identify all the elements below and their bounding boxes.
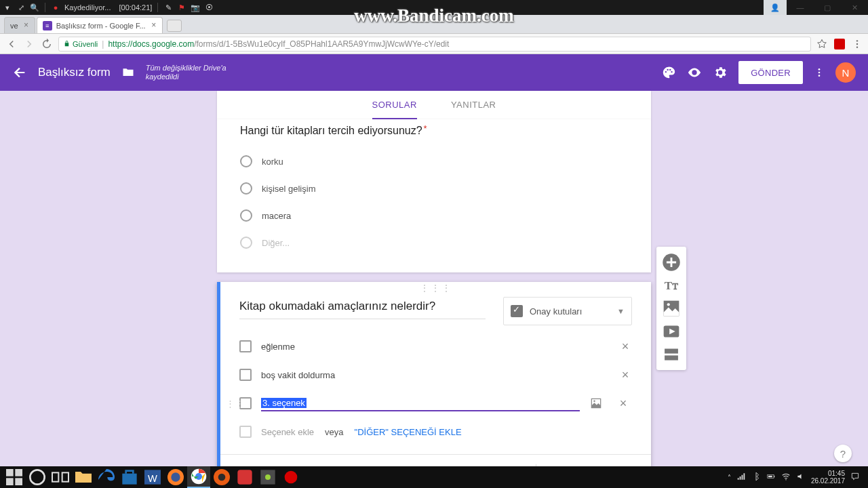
chrome-icon[interactable]	[187, 466, 210, 488]
form-title[interactable]: Başlıksız form	[38, 66, 111, 79]
avira-icon[interactable]	[834, 39, 845, 49]
option-text-input[interactable]: 3. seçenek	[261, 396, 580, 411]
target-icon[interactable]: ⦿	[204, 3, 214, 12]
preview-icon[interactable]	[687, 65, 702, 80]
magnify-icon[interactable]: 🔍	[30, 3, 39, 12]
word-icon[interactable]: W	[141, 466, 164, 488]
image-icon[interactable]	[589, 396, 603, 410]
browser-menu-icon[interactable]	[852, 39, 863, 49]
tray-battery-icon[interactable]	[766, 472, 776, 483]
back-icon[interactable]	[5, 38, 18, 50]
url-input[interactable]: Güvenli | https://docs.google.com/forms/…	[58, 37, 811, 52]
tray-wifi-icon[interactable]	[781, 472, 791, 483]
tray-network-icon[interactable]	[736, 472, 746, 483]
radio-option-row[interactable]: korku	[240, 148, 628, 175]
window-user-icon[interactable]: 👤	[764, 0, 787, 15]
add-option-link[interactable]: Seçenek ekle	[261, 427, 314, 437]
cortana-icon[interactable]	[26, 466, 49, 488]
tab-title: ve	[10, 22, 18, 30]
record-indicator-icon[interactable]	[279, 466, 302, 488]
dropdown-icon[interactable]: ▾	[3, 3, 12, 12]
add-image-icon[interactable]	[656, 297, 686, 320]
radio-icon	[240, 182, 252, 195]
svg-point-31	[171, 472, 180, 481]
tab-questions[interactable]: SORULAR	[372, 91, 417, 119]
checkbox-option-row[interactable]: boş vakit doldurma ×	[239, 361, 632, 389]
store-icon[interactable]	[118, 466, 141, 488]
expand-icon[interactable]: ⤢	[16, 3, 26, 12]
palette-icon[interactable]	[661, 65, 676, 80]
action-center-icon[interactable]	[850, 472, 860, 483]
svg-point-6	[671, 71, 673, 73]
more-menu-icon[interactable]	[814, 65, 825, 80]
file-explorer-icon[interactable]	[72, 466, 95, 488]
question-type-dropdown[interactable]: Onay kutuları ▼	[503, 297, 632, 325]
forms-app-header: Başlıksız form Tüm değişiklikler Drive'a…	[0, 54, 868, 91]
star-icon[interactable]	[816, 39, 827, 49]
drag-handle-icon[interactable]: ⋮⋮	[226, 399, 245, 409]
question-title: Hangi tür kitapları tercih ediyorsunuz?*	[240, 125, 628, 137]
record-dot-icon[interactable]: ●	[51, 3, 60, 12]
svg-rect-27	[62, 472, 68, 481]
question-card-1[interactable]: Hangi tür kitapları tercih ediyorsunuz?*…	[217, 119, 651, 272]
reload-icon[interactable]	[41, 38, 53, 50]
svg-point-8	[818, 68, 821, 70]
browser-tab-0[interactable]: ve ×	[4, 17, 35, 33]
close-icon[interactable]: ×	[22, 21, 31, 29]
taskbar-clock[interactable]: 01:45 26.02.2017	[811, 470, 845, 485]
svg-point-11	[593, 400, 595, 402]
start-button[interactable]	[3, 466, 26, 488]
send-button[interactable]: GÖNDER	[738, 61, 803, 84]
camera-icon[interactable]: 📷	[191, 3, 200, 12]
forward-icon[interactable]	[23, 38, 35, 50]
bandicam-icon[interactable]	[210, 466, 233, 488]
remove-option-icon[interactable]: ×	[618, 368, 632, 382]
question-card-active[interactable]: ⋮⋮⋮ Onay kutuları ▼ eğlenme ×	[217, 282, 651, 488]
app-icon[interactable]	[233, 466, 256, 488]
close-icon[interactable]: ×	[150, 21, 158, 29]
or-label: veya	[325, 427, 343, 437]
tray-bluetooth-icon[interactable]	[751, 472, 761, 483]
tab-responses[interactable]: YANITLAR	[451, 91, 496, 119]
checkbox-option-row-editing[interactable]: ⋮⋮ 3. seçenek ×	[239, 389, 632, 418]
firefox-icon[interactable]	[164, 466, 187, 488]
svg-point-17	[667, 303, 670, 306]
remove-option-icon[interactable]: ×	[618, 340, 632, 353]
browser-tab-1[interactable]: ≡ Başlıksız form - Google F... ×	[37, 17, 163, 33]
gear-icon[interactable]	[713, 65, 728, 80]
checkbox-option-row[interactable]: eğlenme ×	[239, 332, 632, 361]
add-section-icon[interactable]	[656, 343, 686, 366]
window-minimize[interactable]: —	[787, 0, 814, 15]
window-maximize[interactable]: ▢	[814, 0, 841, 15]
svg-rect-41	[774, 476, 774, 477]
new-tab-button[interactable]	[167, 20, 182, 32]
checkbox-icon	[239, 426, 252, 438]
folder-icon[interactable]	[121, 66, 135, 79]
add-title-icon[interactable]: Tᴛ	[656, 274, 686, 297]
tray-volume-icon[interactable]	[796, 472, 806, 483]
app-icon[interactable]	[256, 466, 279, 488]
add-other-link[interactable]: "DİĞER" SEÇENEĞİ EKLE	[355, 427, 462, 437]
pencil-icon[interactable]: ✎	[163, 3, 173, 12]
flag-icon[interactable]: ⚑	[177, 3, 186, 12]
edge-icon[interactable]	[95, 466, 118, 488]
svg-rect-26	[52, 472, 58, 481]
question-title-input[interactable]	[239, 297, 486, 319]
add-video-icon[interactable]	[656, 320, 686, 343]
avatar[interactable]: N	[835, 62, 856, 83]
back-arrow-icon[interactable]	[12, 65, 27, 80]
radio-icon	[240, 155, 252, 167]
save-status: Tüm değişiklikler Drive'akaydedildi	[146, 64, 226, 81]
taskview-icon[interactable]	[49, 466, 72, 488]
window-close[interactable]: ✕	[841, 0, 868, 15]
svg-rect-21	[6, 469, 14, 476]
secure-label: Güvenli	[73, 40, 98, 48]
radio-option-other[interactable]: Diğer...	[240, 229, 628, 256]
add-question-icon[interactable]	[656, 251, 686, 274]
remove-option-icon[interactable]: ×	[616, 396, 630, 410]
radio-option-row[interactable]: kişisel gelişim	[240, 175, 628, 202]
radio-option-row[interactable]: macera	[240, 202, 628, 229]
tray-up-icon[interactable]: ˄	[728, 474, 731, 481]
help-button[interactable]: ?	[834, 445, 852, 462]
drag-handle-icon[interactable]: ⋮⋮⋮	[220, 282, 651, 294]
